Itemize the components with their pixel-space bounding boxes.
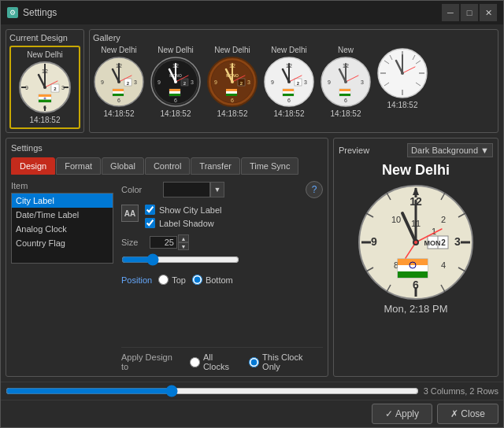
svg-text:3: 3	[247, 79, 250, 85]
size-spinner: ▲ ▼	[178, 234, 189, 250]
main-window: ⚙ Settings ─ □ ✕ Current Design New Delh…	[0, 0, 504, 428]
apply-design-label: Apply Design to	[121, 352, 182, 371]
gallery-clock-5[interactable]: New 12 3 6 9	[320, 46, 372, 118]
spin-up-button[interactable]: ▲	[178, 234, 189, 242]
color-label: Color	[121, 185, 157, 194]
svg-text:4: 4	[441, 260, 446, 270]
gallery-clock-svg-4: 12 3 6 9 2	[263, 56, 315, 108]
gallery-scrollbar[interactable]	[6, 386, 419, 397]
gallery-scroll[interactable]: New Delhi 12 3 6 9	[93, 46, 495, 118]
svg-rect-59	[226, 89, 237, 91]
color-swatch[interactable]	[163, 182, 210, 197]
gallery-clock-svg-3: 12 3 6 9 2 MONO	[206, 56, 258, 108]
top-row: Current Design New Delhi	[6, 29, 498, 133]
bg-dropdown[interactable]: Dark Background ▼	[407, 143, 493, 157]
size-label: Size	[121, 238, 145, 247]
tab-design[interactable]: Design	[11, 157, 55, 175]
this-clock-row[interactable]: This Clock Only	[249, 352, 323, 371]
svg-text:3: 3	[134, 79, 137, 85]
svg-point-96	[344, 80, 347, 83]
size-section: Size 25 ▲ ▼	[121, 234, 323, 268]
position-top-row[interactable]: Top	[158, 275, 186, 285]
size-slider[interactable]	[121, 253, 239, 266]
apply-design-row: Apply Design to All Clocks This Clock On…	[121, 347, 323, 371]
color-dropdown-btn[interactable]: ▼	[210, 182, 224, 197]
gallery-clock-svg-2: 12 3 6 9 2 MONO	[150, 56, 202, 108]
show-city-label-checkbox[interactable]	[145, 205, 155, 215]
svg-rect-43	[169, 91, 180, 94]
all-clocks-label: All Clocks	[203, 352, 241, 371]
svg-rect-28	[113, 94, 124, 96]
settings-tabs: Design Format Global Control Transfer Ti…	[11, 157, 323, 175]
size-input[interactable]: 25	[150, 236, 177, 249]
bottom-row: Settings Design Format Global Control Tr…	[6, 138, 498, 377]
svg-rect-12	[39, 100, 51, 102]
color-row: Color ▼	[121, 182, 224, 197]
svg-point-19	[43, 86, 46, 89]
preview-time-text: Mon, 2:18 PM	[384, 303, 448, 315]
spin-down-button[interactable]: ▼	[178, 242, 189, 250]
svg-point-68	[231, 80, 234, 83]
svg-text:2: 2	[441, 215, 446, 224]
svg-text:9: 9	[25, 85, 28, 90]
item-country-flag[interactable]: Country Flag	[12, 236, 113, 250]
svg-text:3: 3	[191, 79, 194, 85]
settings-panel: Settings Design Format Global Control Tr…	[6, 138, 328, 377]
svg-rect-90	[339, 89, 350, 91]
gallery-clock-2[interactable]: New Delhi 12 3 6 9	[150, 46, 202, 118]
all-clocks-row[interactable]: All Clocks	[190, 352, 241, 371]
settings-content: Item City Label Date/Time Label Analog C…	[11, 181, 323, 371]
maximize-button[interactable]: □	[461, 4, 478, 21]
aa-button[interactable]: AA	[121, 205, 139, 222]
gallery-clock-svg-5: 12 3 6 9	[320, 56, 372, 108]
svg-text:6: 6	[117, 98, 120, 103]
current-design-box: Current Design New Delhi	[6, 29, 84, 133]
position-row: Position Top Bottom	[121, 275, 323, 285]
svg-point-34	[117, 80, 120, 83]
tab-global[interactable]: Global	[102, 157, 144, 175]
help-button[interactable]: ?	[306, 181, 323, 198]
position-label: Position	[121, 275, 152, 285]
svg-text:9: 9	[214, 79, 217, 85]
columns-rows-label: 3 Columns, 2 Rows	[424, 386, 498, 396]
this-clock-radio[interactable]	[249, 357, 259, 367]
position-bottom-row[interactable]: Bottom	[192, 275, 233, 285]
current-time-str: 14:18:52	[30, 116, 61, 124]
position-top-radio[interactable]	[158, 275, 169, 285]
svg-text:9: 9	[101, 79, 104, 85]
gallery-clock-6[interactable]: 14:18:52	[376, 46, 428, 109]
tab-transfer[interactable]: Transfer	[191, 157, 240, 175]
tab-timesync[interactable]: Time Sync	[241, 157, 299, 175]
item-datetime-label[interactable]: Date/Time Label	[12, 208, 113, 222]
minimize-button[interactable]: ─	[442, 4, 459, 21]
svg-text:9: 9	[371, 235, 377, 248]
preview-city: New Delhi	[382, 162, 450, 179]
close-button[interactable]: ✗ Close	[437, 404, 498, 424]
svg-rect-77	[283, 94, 294, 96]
position-top-label: Top	[172, 275, 186, 285]
preview-panel: Preview Dark Background ▼ New Delhi	[333, 138, 498, 377]
current-clock-wrapper: New Delhi 12 3 6	[9, 46, 80, 129]
gallery-clock-3[interactable]: New Delhi 12 3 6 9	[206, 46, 258, 118]
label-shadow-checkbox[interactable]	[145, 218, 155, 228]
item-city-label[interactable]: City Label	[12, 194, 113, 208]
tab-control[interactable]: Control	[145, 157, 190, 175]
item-list[interactable]: City Label Date/Time Label Analog Clock …	[11, 193, 113, 264]
svg-rect-42	[169, 89, 180, 91]
close-window-button[interactable]: ✕	[480, 4, 497, 21]
design-controls: Color ▼ ? AA	[121, 181, 323, 371]
item-analog-clock[interactable]: Analog Clock	[12, 222, 113, 236]
svg-text:2: 2	[441, 238, 446, 247]
svg-rect-44	[169, 94, 180, 96]
gallery-clock-4[interactable]: New Delhi 12 3 6 9	[263, 46, 315, 118]
apply-button[interactable]: ✓ Apply	[372, 404, 432, 424]
gallery-box: Gallery New Delhi 12 3 6 9	[89, 29, 498, 133]
show-city-label-row[interactable]: Show City Label	[145, 205, 222, 215]
label-shadow-row[interactable]: Label Shadow	[145, 218, 222, 228]
tab-format[interactable]: Format	[56, 157, 101, 175]
svg-rect-92	[339, 94, 350, 96]
all-clocks-radio[interactable]	[190, 357, 200, 367]
this-clock-label: This Clock Only	[262, 352, 323, 371]
gallery-clock-1[interactable]: New Delhi 12 3 6 9	[93, 46, 145, 118]
position-bottom-radio[interactable]	[192, 275, 202, 285]
